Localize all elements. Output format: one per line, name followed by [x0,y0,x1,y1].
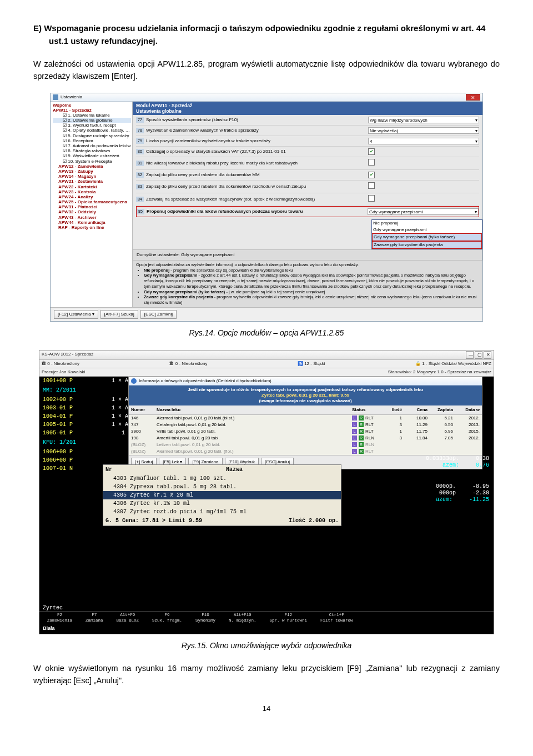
dialog-message: Jeśli nie spowoduje to różnic terapeutyc… [129,385,482,405]
sales-titlebar: KS-AOW 2012 - Sprzedaż — ▢ ✕ [39,351,494,360]
close-button[interactable]: ✕ [466,94,480,101]
setting-dropdown[interactable]: 4▾ [368,138,479,144]
setting-checkbox[interactable] [368,195,375,202]
tree-module[interactable]: APW22 - Kartoteki [53,184,131,189]
lookup-row[interactable]: 4303Zymafluor tabl. 1 mg 100 szt. [103,474,341,483]
lookup-row[interactable]: 4305Zyrtec kr.1 % 20 ml [103,491,341,499]
info-bar-2: Pracuje: Jan Kowalski Stanowisko: 2 Maga… [39,368,494,377]
setting-row-81: 81Nie wliczaj towarów z blokadą rabatu p… [136,157,479,170]
app-icon [53,94,58,100]
setting-row-83: 83Zapisuj do pliku ceny przed rabatem dl… [136,181,479,193]
tree-module[interactable]: RAP - Raporty on-line [53,225,131,230]
titlebar: Ustawienia ✕ [51,93,482,102]
dialog-titlebar: Informacja o tańszych odpowiednikach (Ce… [129,377,482,385]
tree-item[interactable]: ☑ 6. Receptura [53,138,131,143]
dropdown-option[interactable]: Gdy wymagane przepisami (tylko tańsze) [372,233,482,241]
tree-item[interactable]: ☑ 10. System e-Recepta [53,159,131,164]
tree-module[interactable]: APW31 - Płatności [53,204,131,209]
tree-item[interactable]: ☑ 9. Wyświetlanie ostrzeżeń [53,153,131,158]
fkey-item[interactable]: F12Spr. w hurtowni [263,612,314,624]
setting-dropdown[interactable]: Nie wyświetlaj▾ [368,127,479,134]
figure-14-caption: Rys.14. Opcje modułów – opcja APW11.2.85 [33,327,500,339]
dialog-columns: Numer Nazwa leku Status Ilość Cena Zapła… [129,405,482,415]
substitute-row[interactable]: (BLOZ)Letizen tabl.powl. 0,01 g 20 tabl.… [129,442,482,448]
footer-button[interactable]: [ESC] Zamknij [140,310,177,319]
sales-body: 1001+00 P1 × AfMM: 2/20111002+00 P1 × Af… [39,377,494,634]
tree-item[interactable]: ☑ 7. Automat do podawania leków [53,143,131,148]
setting-checkbox[interactable]: ✔ [368,172,375,178]
fkey-item[interactable]: F7Zamiana [79,612,110,624]
panel-header: Moduł APW11 - Sprzedaż Ustawienia global… [133,102,482,115]
dropdown-option[interactable]: Gdy wymagane przepisami [372,227,482,233]
tree-item[interactable]: ☑ 5. Dostępne rodzaje sprzedaży [53,133,131,138]
substitute-row[interactable]: 146Alermed tabl.powl. 0,01 g 20 tabl.(bl… [129,415,482,422]
substitute-row[interactable]: 3900Virlix tabl.powl. 0.01 g 20 tabl.LRR… [129,428,482,435]
product-lookup: Nr Nazwa 4303Zymafluor tabl. 1 mg 100 sz… [103,464,341,526]
fkey-item[interactable]: F2Zamówienia [41,612,79,624]
figure-15-caption: Rys.15. Okno umożliwiające wybór odpowie… [33,640,500,652]
footer-button[interactable]: [F12] Ustawienia ▾ [54,310,98,319]
tree-module[interactable]: APW21 - Zestawienia [53,179,131,184]
section-title: Wspomaganie procesu udzielania informacj… [44,23,485,46]
fkey-item[interactable]: Alt+F9Baza BLOZ [110,612,146,624]
tree-item[interactable]: ☑ 8. Strategia rabatowa [53,148,131,153]
default-setting-label: Domyślne ustawienie: Gdy wymagane przepi… [133,249,482,261]
fkey-item[interactable]: F9Szuk. fragm. [145,612,189,624]
dropdown-option[interactable]: Nie proponuj [372,220,482,227]
footer-button[interactable]: [Alt+F7] Szukaj [100,310,138,319]
setting-row-85: 85Proponuj odpowiedniki dla leków refund… [136,206,479,217]
setting-row-80: 80Ostrzegaj o sprzedaży w starych stawka… [136,147,479,157]
tree-module[interactable]: APW14 - Magazyn [53,174,131,179]
entry-row [39,605,494,611]
tree-module[interactable]: APW32 - Oddziały [53,209,131,214]
setting-checkbox[interactable] [368,182,375,189]
status-label: Biała [39,624,494,634]
tree-module[interactable]: APW13 - Zakupy [53,169,131,174]
fkey-item[interactable]: F10Synonimy [189,612,222,624]
setting-checkbox[interactable]: ✔ [368,148,375,155]
tree-module[interactable]: APW12 - Zamówienia [53,164,131,169]
setting-85-options[interactable]: Nie proponujGdy wymagane przepisamiGdy w… [371,219,482,249]
setting-row-82: 82Zapisuj do pliku ceny przed rabatem dl… [136,170,479,181]
setting-description: Opcja jest odpowiedzialna za wyświetlani… [133,261,482,307]
dropdown-option[interactable]: Zawsze gdy korzystne dla pacjenta [372,241,482,249]
lookup-footer: G. 5 Cena: 17.81 > Limit 9.59 Ilość 2.00… [103,516,341,525]
function-key-strip: F2ZamówieniaF7ZamianaAlt+F9Baza BLOZF9Sz… [39,611,494,624]
setting-row-77: 77Sposób wyświetlania synonimów (klawisz… [136,115,479,126]
tree-module[interactable]: APW44 - Komunikacja [53,220,131,225]
search-input[interactable] [43,605,98,611]
setting-dropdown[interactable]: Wg nazw międzynarodowych▾ [368,117,479,123]
substitute-row[interactable]: 198Amertil tabl.powl. 0,01 g 20 tabl.LRR… [129,435,482,442]
tree-item[interactable]: ☑ 3. Wydruki faktur, recept [53,123,131,128]
setting-row-79: 79Liczba pozycji zamienników wyświetlany… [136,136,479,147]
section-letter: E) [33,23,42,33]
figure-14: Ustawienia ✕ Wspólne APW11 - Sprzedaż ☑ … [33,93,500,339]
fkey-item[interactable]: Ctrl+FFiltr towarów [314,612,360,624]
tree-item[interactable]: ☑ 2. Ustawienia globalne [53,118,131,123]
tree-module[interactable]: APW25 - Opieka farmaceutyczna [53,199,131,204]
lookup-row[interactable]: 4307Zyrtec rozt.do picia 1 mg/1ml 75 ml [103,508,341,516]
tree-module[interactable]: APW43 - Archiwer [53,215,131,220]
substitute-row[interactable]: 747Cetalergin tabl.powl. 0,01 g 20 tabl.… [129,422,482,428]
bottom-bar: [F12] Ustawienia ▾[Alt+F7] Szukaj[ESC] Z… [51,307,482,321]
tree-item[interactable]: ☑ 1. Ustawienia lokalne [53,113,131,118]
tree-group[interactable]: APW11 - Sprzedaż [53,108,131,113]
lookup-row[interactable]: 4306Zyrtec kr.1% 10 ml [103,499,341,508]
tree-item[interactable]: ☑ 4. Opłaty dodatkowe, rabaty, ryczałt [53,128,131,133]
amount-display: azem:-11.25 [436,495,489,504]
lookup-row[interactable]: 4304Zyprexa tabl.powl. 5 mg 28 tabl. [103,483,341,491]
figure-15: KS-AOW 2012 - Sprzedaż — ▢ ✕ 🏛 0 - Nieok… [33,350,500,652]
fkey-item[interactable]: Alt+F10N. międzyn. [222,612,263,624]
settings-tree[interactable]: Wspólne APW11 - Sprzedaż ☑ 1. Ustawienia… [51,102,133,307]
setting-dropdown[interactable]: Gdy wymagane przepisami▾ [368,208,479,215]
close-button[interactable]: ✕ [484,351,491,359]
tree-module[interactable]: APW24 - Analizy [53,194,131,199]
lookup-header: Nr Nazwa [103,465,341,474]
maximize-button[interactable]: ▢ [475,351,482,359]
tree-root[interactable]: Wspólne [53,103,131,108]
setting-checkbox[interactable] [368,159,375,166]
info-icon [131,378,137,384]
minimize-button[interactable]: — [466,351,474,359]
page-number: 14 [33,703,500,714]
tree-module[interactable]: APW23 - Kontrola [53,189,131,194]
